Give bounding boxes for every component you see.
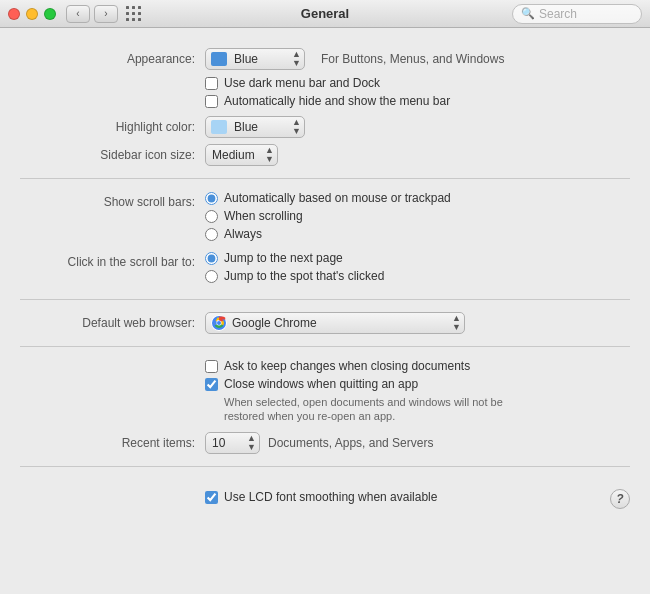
close-windows-checkbox[interactable] <box>205 378 218 391</box>
bottom-bar: Use LCD font smoothing when available ? <box>0 479 650 519</box>
scroll-auto-radio[interactable] <box>205 192 218 205</box>
appearance-control: Blue Graphite ▲▼ For Buttons, Menus, and… <box>205 48 630 112</box>
help-button[interactable]: ? <box>610 489 630 509</box>
settings-content: Appearance: Blue Graphite ▲▼ For Buttons… <box>0 28 650 594</box>
default-browser-row: Default web browser: <box>0 312 650 334</box>
close-windows-checkbox-row: Close windows when quitting an app <box>205 377 630 391</box>
auto-hide-menu-row: Automatically hide and show the menu bar <box>205 94 630 108</box>
auto-hide-menu-label: Automatically hide and show the menu bar <box>224 94 450 108</box>
recent-items-label: Recent items: <box>20 432 205 452</box>
highlight-color-select-wrapper: Blue Gold Graphite Green Orange Pink Pur… <box>205 116 305 138</box>
lcd-smoothing-row: Use LCD font smoothing when available <box>20 490 437 508</box>
maximize-button[interactable] <box>44 8 56 20</box>
show-scroll-bars-row: Show scroll bars: Automatically based on… <box>0 191 650 245</box>
click-next-page-label: Jump to the next page <box>224 251 343 265</box>
divider-1 <box>20 178 630 179</box>
scroll-scrolling-row: When scrolling <box>205 209 630 223</box>
lcd-smoothing-checkbox[interactable] <box>205 491 218 504</box>
close-windows-subtext: When selected, open documents and window… <box>224 395 544 424</box>
scroll-auto-row: Automatically based on mouse or trackpad <box>205 191 630 205</box>
traffic-lights <box>8 8 56 20</box>
default-browser-label: Default web browser: <box>20 312 205 332</box>
appearance-row: Appearance: Blue Graphite ▲▼ For Buttons… <box>0 48 650 112</box>
dark-menu-bar-label: Use dark menu bar and Dock <box>224 76 380 90</box>
search-icon: 🔍 <box>521 7 535 20</box>
apps-grid-button[interactable] <box>126 6 142 22</box>
sidebar-icon-size-control: Small Medium Large ▲▼ <box>205 144 630 166</box>
close-windows-label: Close windows when quitting an app <box>224 377 418 391</box>
auto-hide-menu-checkbox[interactable] <box>205 95 218 108</box>
divider-4 <box>20 466 630 467</box>
back-button[interactable]: ‹ <box>66 5 90 23</box>
search-bar[interactable]: 🔍 Search <box>512 4 642 24</box>
scroll-auto-label: Automatically based on mouse or trackpad <box>224 191 451 205</box>
click-scroll-bar-label: Click in the scroll bar to: <box>20 251 205 271</box>
ask-keep-changes-spacer <box>20 359 205 362</box>
highlight-color-row: Highlight color: Blue Gold Graphite Gree… <box>0 116 650 138</box>
scroll-always-radio[interactable] <box>205 228 218 241</box>
click-scroll-bar-control: Jump to the next page Jump to the spot t… <box>205 251 630 287</box>
show-scroll-bars-control: Automatically based on mouse or trackpad… <box>205 191 630 245</box>
titlebar: ‹ › General 🔍 Search <box>0 0 650 28</box>
lcd-smoothing-checkbox-row: Use LCD font smoothing when available <box>205 490 437 504</box>
window-title: General <box>301 6 349 21</box>
appearance-label: Appearance: <box>20 48 205 68</box>
sidebar-icon-size-row: Sidebar icon size: Small Medium Large ▲▼ <box>0 144 650 166</box>
appearance-description: For Buttons, Menus, and Windows <box>321 52 504 66</box>
show-scroll-bars-label: Show scroll bars: <box>20 191 205 211</box>
ask-keep-changes-checkbox-row: Ask to keep changes when closing documen… <box>205 359 630 373</box>
default-browser-control: Google Chrome Safari ▲▼ <box>205 312 630 334</box>
sidebar-icon-size-select-wrapper: Small Medium Large ▲▼ <box>205 144 278 166</box>
divider-2 <box>20 299 630 300</box>
nav-buttons: ‹ › <box>66 5 118 23</box>
forward-button[interactable]: › <box>94 5 118 23</box>
sidebar-icon-size-label: Sidebar icon size: <box>20 144 205 164</box>
divider-3 <box>20 346 630 347</box>
scroll-always-label: Always <box>224 227 262 241</box>
highlight-color-control: Blue Gold Graphite Green Orange Pink Pur… <box>205 116 630 138</box>
scroll-always-row: Always <box>205 227 630 241</box>
click-next-page-row: Jump to the next page <box>205 251 630 265</box>
recent-items-stepper-wrapper: None 5 10 15 20 30 50 ▲▼ <box>205 432 260 454</box>
dark-menu-bar-row: Use dark menu bar and Dock <box>205 76 630 90</box>
ask-keep-changes-control: Ask to keep changes when closing documen… <box>205 359 630 424</box>
ask-keep-changes-label: Ask to keep changes when closing documen… <box>224 359 470 373</box>
click-scroll-bar-row: Click in the scroll bar to: Jump to the … <box>0 251 650 287</box>
recent-items-control: None 5 10 15 20 30 50 ▲▼ Documents, Apps… <box>205 432 630 454</box>
recent-items-select[interactable]: None 5 10 15 20 30 50 <box>205 432 260 454</box>
sidebar-icon-size-select[interactable]: Small Medium Large <box>205 144 278 166</box>
click-spot-radio[interactable] <box>205 270 218 283</box>
recent-items-description: Documents, Apps, and Servers <box>268 436 433 450</box>
minimize-button[interactable] <box>26 8 38 20</box>
lcd-smoothing-label: Use LCD font smoothing when available <box>224 490 437 504</box>
appearance-select[interactable]: Blue Graphite <box>205 48 305 70</box>
search-placeholder: Search <box>539 7 577 21</box>
click-spot-label: Jump to the spot that's clicked <box>224 269 384 283</box>
dark-menu-bar-checkbox[interactable] <box>205 77 218 90</box>
close-button[interactable] <box>8 8 20 20</box>
scroll-scrolling-radio[interactable] <box>205 210 218 223</box>
recent-items-row: Recent items: None 5 10 15 20 30 50 ▲▼ D… <box>0 432 650 454</box>
appearance-select-wrapper: Blue Graphite ▲▼ <box>205 48 305 70</box>
highlight-color-label: Highlight color: <box>20 116 205 136</box>
default-browser-select[interactable]: Google Chrome Safari <box>205 312 465 334</box>
ask-keep-changes-checkbox[interactable] <box>205 360 218 373</box>
scroll-scrolling-label: When scrolling <box>224 209 303 223</box>
browser-select-wrapper: Google Chrome Safari ▲▼ <box>205 312 465 334</box>
click-spot-row: Jump to the spot that's clicked <box>205 269 630 283</box>
highlight-color-select[interactable]: Blue Gold Graphite Green Orange Pink Pur… <box>205 116 305 138</box>
ask-keep-changes-row: Ask to keep changes when closing documen… <box>0 359 650 424</box>
click-next-page-radio[interactable] <box>205 252 218 265</box>
